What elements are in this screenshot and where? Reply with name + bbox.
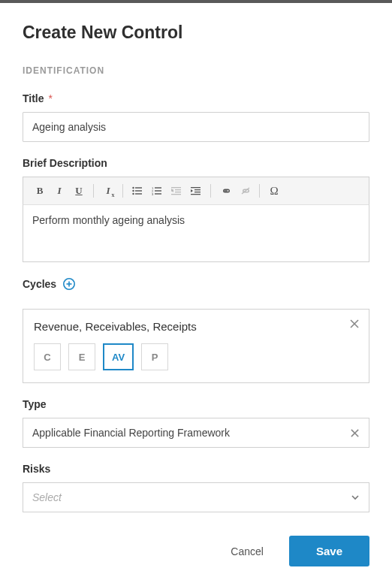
- svg-rect-1: [135, 187, 142, 188]
- toolbar-separator: [210, 184, 211, 198]
- svg-rect-9: [155, 190, 161, 191]
- close-icon: [350, 428, 360, 438]
- outdent-icon: [171, 186, 182, 195]
- title-label: Title: [23, 92, 44, 104]
- svg-rect-22: [191, 194, 201, 195]
- cycle-pill-p[interactable]: P: [141, 343, 168, 370]
- risks-placeholder: Select: [32, 491, 62, 503]
- cycles-label: Cycles: [23, 278, 56, 290]
- special-char-button[interactable]: Ω: [265, 183, 283, 199]
- chevron-down-icon: [351, 493, 360, 502]
- svg-rect-15: [175, 189, 181, 190]
- numbered-list-icon: 123: [152, 186, 162, 195]
- bullet-list-button[interactable]: [128, 183, 146, 199]
- svg-rect-17: [171, 194, 181, 195]
- toolbar-separator: [259, 184, 260, 198]
- description-editor[interactable]: Perform monthly ageing analysis: [23, 205, 369, 262]
- underline-button[interactable]: U: [70, 183, 88, 199]
- cycle-pill-c[interactable]: C: [34, 343, 61, 370]
- svg-rect-20: [194, 189, 201, 190]
- svg-rect-16: [175, 192, 181, 192]
- form-panel: Create New Control IDENTIFICATION Title …: [0, 3, 392, 512]
- indent-icon: [191, 186, 201, 195]
- type-value: Applicable Financial Reporting Framework: [32, 427, 230, 439]
- add-cycle-button[interactable]: [62, 277, 76, 291]
- svg-point-4: [132, 193, 134, 195]
- cycle-assertion-row: C E AV P: [34, 343, 358, 370]
- clear-type-button[interactable]: [350, 428, 360, 438]
- svg-rect-5: [135, 193, 142, 194]
- svg-rect-3: [135, 190, 142, 191]
- required-indicator: *: [49, 92, 53, 104]
- link-button[interactable]: [216, 183, 234, 199]
- cycle-group-box: Revenue, Receivables, Receipts C E AV P: [23, 309, 369, 383]
- numbered-list-button[interactable]: 123: [148, 183, 166, 199]
- section-label-identification: IDENTIFICATION: [23, 65, 369, 76]
- italic-button[interactable]: I: [50, 183, 68, 199]
- unlink-button[interactable]: [236, 183, 254, 199]
- svg-rect-21: [194, 192, 201, 192]
- clear-formatting-button[interactable]: Ix: [99, 183, 117, 199]
- bold-button[interactable]: B: [31, 183, 49, 199]
- toolbar-separator: [93, 184, 94, 198]
- title-field: Title *: [23, 92, 369, 142]
- close-icon: [349, 319, 360, 329]
- remove-cycle-button[interactable]: [349, 319, 360, 329]
- svg-point-0: [132, 187, 134, 189]
- svg-rect-12: [171, 187, 181, 188]
- page-title: Create New Control: [23, 23, 369, 43]
- bullet-list-icon: [132, 186, 143, 195]
- type-select[interactable]: Applicable Financial Reporting Framework: [23, 418, 369, 448]
- cycle-group-title: Revenue, Receivables, Receipts: [34, 320, 358, 333]
- rich-text-toolbar: B I U Ix 123: [23, 177, 369, 205]
- cycles-field: Cycles Revenue, Receivables, Receipts C …: [23, 277, 369, 383]
- svg-rect-7: [155, 187, 161, 188]
- cycle-pill-av[interactable]: AV: [103, 343, 134, 370]
- svg-point-2: [132, 190, 134, 192]
- svg-rect-11: [155, 193, 161, 194]
- type-label: Type: [23, 398, 47, 410]
- description-label: Brief Description: [23, 157, 107, 169]
- outdent-button[interactable]: [167, 183, 185, 199]
- description-field: Brief Description B I U Ix 123: [23, 157, 369, 262]
- unlink-icon: [240, 186, 251, 195]
- risks-field: Risks Select: [23, 463, 369, 512]
- type-field: Type Applicable Financial Reporting Fram…: [23, 398, 369, 448]
- risks-select[interactable]: Select: [23, 482, 369, 512]
- cancel-button[interactable]: Cancel: [220, 538, 274, 565]
- svg-marker-19: [191, 189, 193, 192]
- footer-actions: Cancel Save: [220, 536, 369, 566]
- svg-text:3: 3: [152, 192, 154, 196]
- indent-button[interactable]: [187, 183, 205, 199]
- link-icon: [220, 186, 231, 195]
- toolbar-separator: [122, 184, 123, 198]
- save-button[interactable]: Save: [289, 536, 369, 566]
- plus-circle-icon: [62, 277, 76, 291]
- title-input[interactable]: [23, 112, 369, 142]
- risks-label: Risks: [23, 463, 50, 475]
- cycle-pill-e[interactable]: E: [68, 343, 95, 370]
- svg-rect-18: [191, 187, 201, 188]
